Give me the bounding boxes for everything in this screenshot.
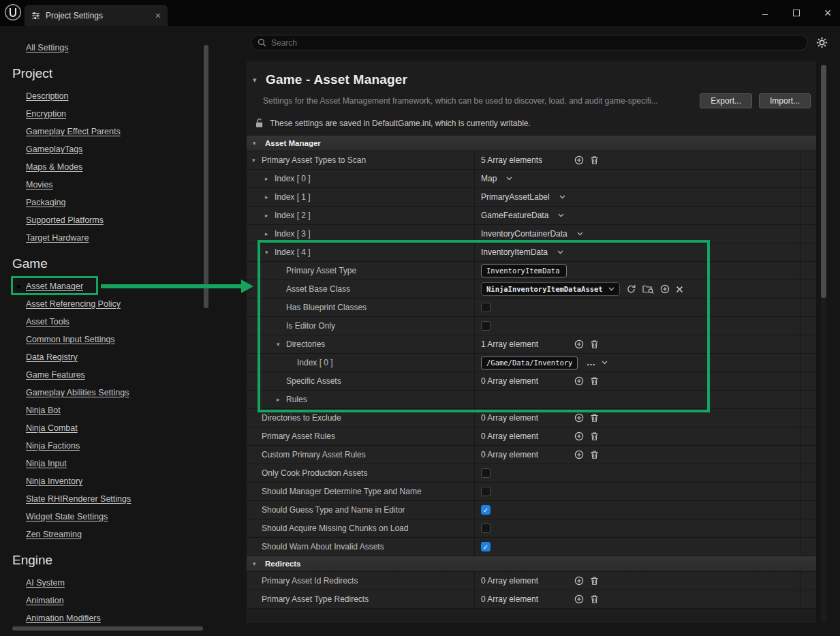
sidebar-item-maps-modes[interactable]: Maps & Modes (0, 157, 247, 175)
add-element-button[interactable] (574, 155, 584, 165)
sidebar-item-ninja-bot[interactable]: Ninja Bot (0, 401, 247, 419)
add-element-button[interactable] (574, 431, 584, 441)
row-label: Should Acquire Missing Chunks on Load (262, 524, 408, 533)
section-header-asset-manager[interactable]: ▾Asset Manager (247, 136, 816, 151)
enum-dropdown[interactable]: Map (481, 174, 512, 183)
collapse-row-icon[interactable]: ▾ (265, 249, 275, 256)
sidebar-item-asset-referencing-policy[interactable]: Asset Referencing Policy (0, 294, 247, 312)
sidebar-item-gameplaytags[interactable]: GameplayTags (0, 140, 247, 157)
section-header-redirects[interactable]: ▾Redirects (247, 556, 816, 572)
empty-array-button[interactable] (590, 450, 599, 459)
enum-dropdown[interactable]: InventoryItemData (481, 247, 563, 257)
maximize-button[interactable] (791, 7, 802, 18)
expand-row-icon[interactable]: ▸ (265, 230, 275, 237)
enum-dropdown[interactable]: InventoryContainerData (481, 229, 583, 239)
class-dropdown[interactable]: NinjaInventoryItemDataAsset (481, 282, 620, 296)
expand-row-icon[interactable]: ▸ (265, 194, 275, 200)
empty-array-button[interactable] (590, 376, 599, 386)
browse-to-asset-button[interactable] (642, 284, 654, 294)
checkbox[interactable] (481, 303, 491, 312)
sidebar-item-widget-state-settings[interactable]: Widget State Settings (0, 507, 247, 525)
reset-column (800, 372, 816, 390)
checkbox[interactable] (481, 524, 491, 533)
add-element-button[interactable] (574, 594, 584, 604)
empty-array-button[interactable] (590, 594, 599, 604)
sidebar-item-packaging[interactable]: Packaging (0, 193, 247, 211)
sidebar-item-asset-tools[interactable]: Asset Tools (0, 312, 247, 330)
sidebar-item-data-registry[interactable]: Data Registry (0, 348, 247, 365)
sidebar-item-description[interactable]: Description (0, 87, 247, 104)
main-scrollbar[interactable] (821, 65, 826, 622)
sidebar-item-label: Gameplay Effect Parents (26, 127, 121, 136)
sidebar-item-asset-manager[interactable]: ▶Asset Manager (0, 277, 247, 294)
enum-dropdown[interactable]: PrimaryAssetLabel (481, 192, 565, 202)
add-element-button[interactable] (574, 376, 584, 386)
expand-row-icon[interactable]: ▸ (265, 175, 275, 182)
directory-path-input[interactable]: /Game/Data/Inventory (481, 357, 578, 369)
add-element-button[interactable] (574, 339, 584, 349)
sidebar-item-ninja-factions[interactable]: Ninja Factions (0, 436, 247, 454)
import-button[interactable]: Import... (759, 93, 811, 108)
checkbox[interactable] (481, 321, 491, 331)
sidebar-item-animation-modifiers[interactable]: Animation Modifiers (0, 609, 247, 626)
sidebar-item-encryption[interactable]: Encryption (0, 104, 247, 122)
sidebar-item-ninja-inventory[interactable]: Ninja Inventory (0, 472, 247, 489)
sidebar-item-all-settings[interactable]: All Settings (26, 40, 247, 56)
add-element-button[interactable] (574, 450, 584, 459)
enum-dropdown[interactable]: GameFeatureData (481, 211, 564, 220)
sidebar-item-zen-streaming[interactable]: Zen Streaming (0, 525, 247, 543)
collapse-section-icon[interactable]: ▾ (253, 140, 262, 147)
add-element-button[interactable] (574, 413, 584, 423)
sidebar-horizontal-scrollbar[interactable] (12, 626, 203, 631)
element-options-button[interactable]: ... (587, 358, 595, 367)
empty-array-button[interactable] (590, 413, 599, 423)
empty-array-button[interactable] (590, 155, 599, 165)
empty-array-button[interactable] (590, 339, 599, 349)
unreal-engine-logo-icon[interactable] (4, 3, 22, 21)
sidebar-item-animation[interactable]: Animation (0, 591, 247, 609)
use-selected-asset-button[interactable] (626, 284, 636, 294)
main-scrollbar-handle[interactable] (821, 65, 826, 298)
collapse-row-icon[interactable]: ▾ (252, 157, 262, 164)
sidebar-item-gameplay-abilities-settings[interactable]: Gameplay Abilities Settings (0, 383, 247, 401)
export-button[interactable]: Export... (700, 93, 752, 108)
collapse-category-icon[interactable]: ▾ (253, 76, 261, 85)
sidebar-item-supported-platforms[interactable]: Supported Platforms (0, 211, 247, 228)
expand-row-icon[interactable]: ▸ (277, 396, 286, 403)
sidebar-item-gameplay-effect-parents[interactable]: Gameplay Effect Parents (0, 122, 247, 140)
sidebar-item-ai-system[interactable]: AI System (0, 573, 247, 591)
maximize-icon (793, 10, 800, 16)
primary-asset-type-input[interactable]: InventoryItemData (481, 264, 567, 277)
checkbox[interactable]: ✓ (481, 505, 491, 515)
sidebar-item-movies[interactable]: Movies (0, 175, 247, 193)
collapse-section-icon[interactable]: ▾ (253, 560, 262, 567)
empty-array-button[interactable] (590, 576, 599, 586)
sidebar-item-ninja-input[interactable]: Ninja Input (0, 454, 247, 472)
sidebar-item-ninja-combat[interactable]: Ninja Combat (0, 419, 247, 436)
add-element-button[interactable] (574, 576, 584, 586)
search-box[interactable] (251, 35, 808, 50)
sidebar-item-target-hardware[interactable]: Target Hardware (0, 228, 247, 246)
settings-gear-icon[interactable] (816, 37, 828, 48)
close-button[interactable]: × (822, 7, 833, 18)
tab-close-icon[interactable]: × (155, 11, 161, 20)
minimize-button[interactable]: – (760, 7, 771, 18)
checkbox[interactable]: ✓ (481, 542, 491, 551)
sidebar-scrollbar[interactable] (204, 35, 208, 630)
chevron-down-icon (506, 177, 512, 181)
checkbox[interactable] (481, 487, 491, 496)
checkbox[interactable] (481, 468, 491, 478)
tab-project-settings[interactable]: Project Settings × (25, 5, 168, 26)
sidebar-scrollbar-handle[interactable] (204, 45, 208, 308)
sidebar-item-slate-rhirenderer-settings[interactable]: Slate RHIRenderer Settings (0, 489, 247, 507)
empty-array-button[interactable] (590, 431, 599, 441)
expand-row-icon[interactable]: ▸ (265, 212, 275, 219)
sidebar-item-common-input-settings[interactable]: Common Input Settings (0, 330, 247, 348)
new-asset-button[interactable] (660, 284, 670, 294)
collapse-row-icon[interactable]: ▾ (277, 341, 286, 348)
search-input[interactable] (271, 38, 801, 48)
clear-value-button[interactable] (676, 286, 683, 293)
reset-column (800, 151, 816, 169)
sidebar-item-game-features[interactable]: Game Features (0, 365, 247, 383)
chevron-down-icon[interactable] (602, 361, 608, 365)
